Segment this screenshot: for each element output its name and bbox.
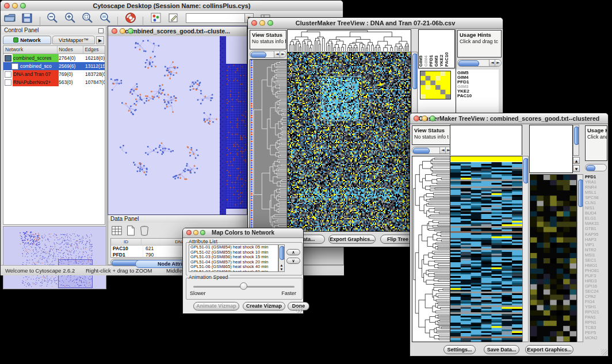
gene-label[interactable]: BUD4 (585, 210, 607, 216)
gene-label[interactable]: HMG1 (585, 263, 607, 268)
close-icon[interactable] (251, 20, 257, 26)
gene-label[interactable]: ELG1 (585, 216, 607, 221)
column-header-edges[interactable]: Edges (83, 46, 105, 53)
gene-label[interactable]: NIS1 (585, 205, 607, 210)
zoom-window-icon[interactable] (200, 230, 205, 235)
gene-label[interactable]: PAN1 (585, 315, 607, 320)
scroll-up-icon[interactable]: ▲ (573, 157, 580, 164)
array-column-label[interactable]: GPL51-04 (GSM857) (529, 173, 550, 173)
float-panel-icon[interactable] (98, 28, 104, 33)
row-dendrogram-canvas[interactable] (250, 59, 288, 232)
scroll-down-icon[interactable]: ▼ (279, 267, 284, 271)
column-header-network[interactable]: Network (3, 46, 58, 53)
array-column-label[interactable]: GPL51-03 (GSM856) (529, 173, 544, 173)
delete-attribute-trash-icon[interactable] (139, 225, 150, 236)
array-column-label[interactable]: GPL51-01 (GSM854) (529, 173, 532, 173)
animation-speed-slider-thumb[interactable] (240, 282, 247, 290)
gene-label[interactable]: SEC1 (585, 258, 607, 263)
gene-label[interactable]: HAP3 (585, 237, 607, 242)
close-icon[interactable] (4, 3, 10, 9)
gene-label[interactable]: FIG4 (585, 299, 607, 304)
vizmapper-icon[interactable] (150, 12, 162, 24)
gene-label[interactable]: KAP95 (585, 232, 607, 237)
array-column-label[interactable]: GPL51-07 (GSM868) (529, 173, 562, 173)
create-vizmap-button[interactable]: Create Vizmap (243, 302, 285, 311)
attribute-list[interactable]: GPL51-01 (GSM854) heat shock 05 minGPL51… (189, 244, 278, 272)
zoom-window-icon[interactable] (20, 3, 26, 9)
help-lifering-icon[interactable] (124, 12, 137, 24)
main-title-bar[interactable]: Cytoscape Desktop (Session Name: collins… (1, 1, 343, 12)
rowtree-hscrollbar[interactable]: ◄ ► (250, 51, 286, 58)
gene-label[interactable]: MON2 (585, 335, 607, 340)
close-icon[interactable] (112, 28, 117, 34)
scroll-down-icon[interactable]: ▼ (573, 165, 580, 172)
gene-label[interactable]: NTR2 (585, 247, 607, 252)
heatmap-global-canvas[interactable] (450, 156, 523, 342)
heatmap-column-label[interactable]: GIM4 (423, 55, 429, 67)
column-labels-vscrollbar[interactable] (573, 125, 579, 156)
heatmap-column-label[interactable]: YKE2 (439, 55, 444, 67)
minimize-icon[interactable] (120, 28, 125, 34)
array-column-label[interactable]: GPL51-08 (GSM872) (529, 173, 568, 173)
gene-label[interactable]: HRD3 (585, 278, 607, 283)
scroll-right-icon[interactable]: ► (495, 60, 501, 66)
heatmap-vscrollbar[interactable] (522, 156, 529, 342)
array-column-label[interactable]: GPL51-06 (GSM865) (529, 173, 556, 173)
open-file-icon[interactable] (3, 12, 16, 24)
heatmap-global-canvas[interactable] (287, 52, 411, 232)
gene-label[interactable]: GTB1 (585, 226, 607, 231)
tab-overflow-arrow-icon[interactable]: ▶ (96, 36, 104, 44)
column-header-nodes[interactable]: Nodes (58, 46, 83, 53)
detail-hscrollbar[interactable]: ◄ ► (457, 59, 502, 67)
zoom-selected-icon[interactable] (81, 12, 94, 24)
heatmap-column-label[interactable]: PFD1 (429, 55, 434, 67)
treeview-dna-title-bar[interactable]: ClusterMaker TreeView : DNA and Tran 07-… (248, 18, 503, 29)
move-attribute-down-button[interactable]: ∨ (286, 258, 300, 264)
animate-vizmap-button[interactable]: Animate Vizmap (193, 302, 239, 311)
gene-label[interactable]: PUF3 (585, 273, 607, 278)
network-canvas[interactable] (108, 36, 247, 214)
annotation-icon[interactable] (167, 12, 179, 24)
dialog-title-bar[interactable]: Map Colors to Network (183, 228, 303, 238)
save-data-button[interactable]: Save Data... (484, 345, 519, 354)
export-graphics-button[interactable]: Export Graphics... (525, 345, 573, 354)
table-row[interactable]: RNAPuberNov2+563(0)107847(0) (3, 78, 105, 86)
gene-label[interactable]: SPC98 (585, 195, 607, 200)
table-row[interactable]: DNA and Tran 07769(0)183728(0) (3, 70, 105, 78)
gene-label[interactable]: PEP5 (585, 330, 607, 335)
settings-button[interactable]: Settings... (443, 345, 476, 354)
detail-vscrollbar[interactable] (577, 174, 583, 342)
resize-grip[interactable] (601, 349, 607, 355)
heatmap-detail-canvas[interactable] (420, 71, 451, 99)
save-icon[interactable] (21, 12, 33, 24)
export-graphics-button[interactable]: Export Graphics... (328, 235, 376, 244)
heatmap-detail-canvas[interactable] (530, 174, 577, 342)
move-attribute-up-button[interactable]: ∧ (286, 249, 300, 255)
scroll-right-icon[interactable]: ► (280, 51, 286, 58)
gene-label[interactable]: CPA2 (585, 294, 607, 299)
treeview-combined-title-bar[interactable]: ClusterMaker TreeView : combined_scores_… (410, 113, 608, 124)
gene-label[interactable]: MSL1 (585, 190, 607, 195)
resize-grip[interactable] (296, 306, 303, 313)
minimize-icon[interactable] (422, 116, 427, 121)
gene-label[interactable]: VIP1 (585, 242, 607, 247)
gene-label[interactable]: GPI16 (585, 283, 607, 289)
attribute-select-icon[interactable] (111, 225, 123, 236)
zoom-out-icon[interactable] (46, 12, 59, 24)
rowtree-hscrollbar[interactable]: ◄ ► (412, 147, 452, 154)
attribute-list-vscrollbar[interactable]: ▲ ▼ (278, 244, 285, 272)
minimize-icon[interactable] (259, 20, 265, 26)
scroll-up-icon[interactable]: ▲ (279, 263, 284, 267)
zoom-window-icon[interactable] (430, 116, 435, 121)
tab-network[interactable]: Network (3, 36, 51, 44)
column-dendrogram-canvas[interactable] (287, 29, 411, 52)
gene-label[interactable]: MAK31 (585, 221, 607, 226)
new-attribute-icon[interactable] (125, 225, 136, 236)
minimize-icon[interactable] (12, 3, 18, 9)
zoom-window-icon[interactable] (267, 20, 273, 26)
zoom-in-icon[interactable] (64, 12, 76, 24)
tab-vizmapper[interactable]: VizMapper™ (52, 36, 95, 44)
network-view-title-bar[interactable]: combined_scores_good.txt--cluste... (108, 26, 247, 37)
gene-label[interactable]: CLN1 (585, 200, 607, 205)
heatmap-column-label[interactable]: GIM5 (418, 55, 423, 67)
